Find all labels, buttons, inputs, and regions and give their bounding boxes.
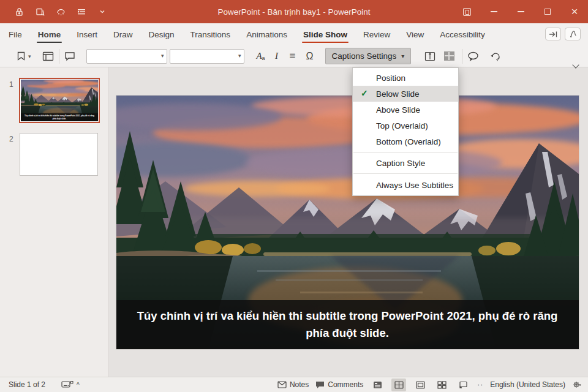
notes-label: Notes — [290, 380, 309, 389]
status-bar: Slide 1 of 2 ^ Notes Comments — [0, 377, 588, 392]
menu-item-position[interactable]: Position — [353, 70, 458, 86]
menu-item-above-slide[interactable]: Above Slide — [353, 102, 458, 118]
font-name-caret-icon[interactable]: ▾ — [161, 53, 164, 59]
menu-item-always-use-subtitles[interactable]: Always Use Subtitles — [353, 176, 458, 194]
slide-layout-icon[interactable] — [42, 48, 54, 64]
designer-icon[interactable] — [490, 48, 502, 64]
bookmark-dropdown-caret-icon[interactable]: ▾ — [28, 48, 31, 64]
slide-show-view-button[interactable] — [434, 379, 449, 391]
cameo-insert-icon[interactable] — [424, 48, 435, 64]
autosave-lock-icon[interactable] — [13, 6, 24, 17]
check-icon: ✓ — [361, 88, 368, 98]
new-comment-icon[interactable] — [64, 48, 75, 64]
normal-view-button[interactable] — [370, 379, 385, 391]
menu-item-caption-style[interactable]: Caption Style — [353, 155, 458, 171]
captions-settings-caret-icon: ▾ — [401, 53, 404, 59]
tab-review[interactable]: Review — [363, 24, 390, 44]
grid-plus-tile-icon[interactable] — [444, 48, 454, 64]
slide-1-number: 1 — [9, 80, 13, 89]
menu-item-bottom-overlaid[interactable]: Bottom (Overlaid) — [353, 134, 458, 149]
save-icon[interactable] — [34, 6, 45, 17]
window-minimize-button[interactable] — [507, 0, 534, 23]
tab-animations[interactable]: Animations — [246, 24, 287, 44]
tab-slide-show[interactable]: Slide Show — [303, 24, 347, 44]
slide-1-thumbnail[interactable] — [19, 78, 100, 123]
ribbon-display-options-icon[interactable] — [453, 0, 480, 23]
ribbon-tab-row: File Home Insert Draw Design Transitions… — [0, 23, 588, 45]
slide-canvas[interactable] — [116, 96, 579, 349]
title-bar: PowerPoint - Bản trịnh bay1 - PowerPoint… — [0, 0, 588, 23]
tab-insert[interactable]: Insert — [77, 24, 97, 44]
tab-design[interactable]: Design — [149, 24, 175, 44]
bookmark-icon[interactable] — [16, 48, 26, 64]
font-size-combobox[interactable]: ▾ — [170, 49, 244, 64]
font-name-combobox[interactable]: ▾ — [86, 49, 167, 64]
menu-separator — [353, 152, 458, 153]
captions-settings-menu: Position ✓ Below Slide Above Slide Top (… — [352, 67, 459, 196]
tab-transitions[interactable]: Transitions — [190, 24, 231, 44]
menu-separator — [353, 173, 458, 174]
subtitles-toggle[interactable]: ^ — [61, 380, 80, 389]
comments-pane-icon[interactable] — [467, 48, 479, 64]
tab-file[interactable]: File — [9, 24, 22, 44]
powerpoint-window: PowerPoint - Bản trịnh bay1 - PowerPoint… — [0, 0, 588, 392]
tab-home[interactable]: Home — [38, 24, 61, 44]
line-spacing-icon[interactable]: ≡ — [285, 48, 301, 64]
present-display-button[interactable] — [456, 379, 470, 391]
editing-mode-button[interactable] — [565, 28, 581, 40]
font-size-caret-icon[interactable]: ▾ — [238, 53, 241, 59]
slide-indicator: Slide 1 of 2 — [9, 380, 45, 389]
window-close-button[interactable]: × — [561, 0, 588, 23]
quick-access-chevron-icon[interactable] — [97, 6, 108, 17]
reading-view-button[interactable] — [413, 379, 428, 391]
window-maximize-button[interactable] — [534, 0, 561, 23]
share-button[interactable] — [545, 28, 561, 40]
ribbon: ▾ ▾ ▾ Aa I ≡ Ω Captions Settings ▾ — [0, 45, 588, 67]
slide-2-thumbnail[interactable] — [20, 133, 98, 176]
menu-item-below-slide[interactable]: ✓ Below Slide — [353, 86, 458, 102]
comments-label: Comments — [328, 380, 363, 389]
language-indicator[interactable]: English (United States) — [490, 380, 565, 389]
subtitles-person-icon[interactable]: Ω — [301, 48, 319, 64]
italic-icon[interactable]: I — [269, 48, 285, 64]
outline-list-icon[interactable] — [76, 6, 87, 17]
display-settings-gear-icon[interactable] — [572, 380, 582, 389]
slide-2-number: 2 — [9, 135, 13, 143]
menu-item-top-overlaid[interactable]: Top (Overlaid) — [353, 118, 458, 134]
tab-accessibility[interactable]: Accessibility — [440, 24, 485, 44]
minimize-ribbon-button[interactable] — [480, 0, 507, 23]
notes-button[interactable]: Notes — [277, 380, 309, 389]
collapse-ribbon-chevron-icon[interactable] — [573, 59, 578, 70]
tab-draw[interactable]: Draw — [113, 24, 133, 44]
status-overflow[interactable]: ·· — [477, 380, 483, 389]
tab-view[interactable]: View — [406, 24, 424, 44]
comments-button[interactable]: Comments — [315, 380, 363, 389]
captions-settings-label: Captions Settings — [332, 51, 397, 61]
quick-access-toolbar — [0, 6, 108, 17]
captions-settings-button[interactable]: Captions Settings ▾ — [325, 48, 412, 64]
character-formatting-icon[interactable]: Aa — [253, 48, 269, 64]
read-aloud-icon[interactable] — [55, 6, 66, 17]
slide-sorter-view-button[interactable] — [391, 379, 406, 391]
